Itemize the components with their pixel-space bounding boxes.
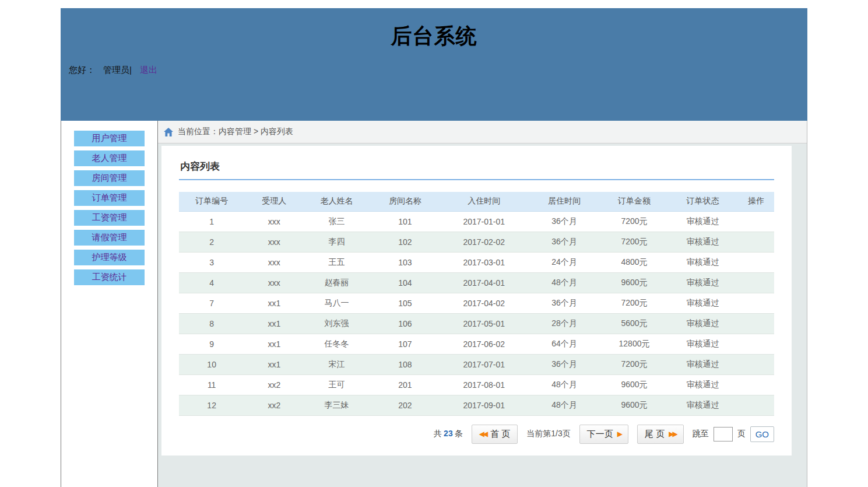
table-cell: 王五	[304, 252, 369, 272]
sidebar-menu: 用户管理老人管理房间管理订单管理工资管理请假管理护理等级工资统计	[61, 131, 157, 285]
orders-table-body: 1xxx张三1012017-01-0136个月7200元审核通过2xxx李四10…	[179, 211, 774, 415]
last-page-button[interactable]: 尾 页 ▶▶	[637, 425, 684, 444]
column-header: 订单状态	[667, 192, 739, 211]
first-page-button[interactable]: ◀◀ 首 页	[472, 425, 518, 444]
table-cell: 3	[179, 252, 244, 272]
table-cell: 2017-07-01	[441, 354, 527, 374]
table-cell: 审核通过	[667, 374, 739, 395]
table-cell: 张三	[304, 211, 369, 232]
table-cell: 11	[179, 374, 244, 395]
column-header: 受理人	[244, 192, 304, 211]
logout-link[interactable]: 退出	[140, 65, 157, 75]
column-header: 入住时间	[441, 192, 527, 211]
double-left-arrow-icon: ◀◀	[479, 430, 486, 437]
table-cell	[739, 211, 774, 232]
table-cell: 9600元	[602, 272, 667, 293]
go-button[interactable]: GO	[750, 426, 774, 442]
table-cell: 审核通过	[667, 232, 739, 252]
table-cell: 审核通过	[667, 334, 739, 354]
next-page-label: 下一页	[587, 429, 613, 440]
sidebar-item-user-management[interactable]: 用户管理	[74, 131, 145, 146]
page-title: 后台系统	[61, 8, 807, 51]
table-cell	[739, 354, 774, 374]
table-row: 10xx1宋江1082017-07-0136个月7200元审核通过	[179, 354, 774, 374]
table-cell: 刘东强	[304, 313, 369, 334]
sidebar-item-leave-management[interactable]: 请假管理	[74, 230, 145, 246]
title-underline	[179, 179, 774, 180]
column-header: 老人姓名	[304, 192, 369, 211]
table-cell: 7	[179, 293, 244, 313]
breadcrumb-text: 当前位置：内容管理 > 内容列表	[178, 127, 293, 137]
table-cell: 48个月	[527, 272, 602, 293]
table-cell: xx1	[244, 354, 304, 374]
table-cell: xx2	[244, 395, 304, 415]
jump-label: 跳至	[693, 429, 709, 439]
table-cell: 李三妹	[304, 395, 369, 415]
table-cell: 2017-04-02	[441, 293, 527, 313]
sidebar-item-care-level[interactable]: 护理等级	[74, 250, 145, 265]
table-cell: 7200元	[602, 293, 667, 313]
sidebar-item-elder-management[interactable]: 老人管理	[74, 150, 145, 166]
column-header: 订单编号	[179, 192, 244, 211]
total-count-number: 23	[442, 429, 455, 438]
table-row: 2xxx李四1022017-02-0236个月7200元审核通过	[179, 232, 774, 252]
sidebar-item-room-management[interactable]: 房间管理	[74, 170, 145, 186]
table-cell	[739, 374, 774, 395]
greeting-bar: 您好：管理员| 退出	[69, 65, 807, 76]
table-cell: 64个月	[527, 334, 602, 354]
pagination-bar: 共23条 ◀◀ 首 页 当前第1/3页 下一页 ▶ 尾 页 ▶▶	[179, 425, 774, 444]
table-cell: 101	[370, 211, 441, 232]
table-cell: 36个月	[527, 232, 602, 252]
table-cell: 审核通过	[667, 313, 739, 334]
table-cell: 宋江	[304, 354, 369, 374]
table-cell: 9600元	[602, 374, 667, 395]
table-cell: 103	[370, 252, 441, 272]
table-cell: 审核通过	[667, 272, 739, 293]
table-cell: 48个月	[527, 374, 602, 395]
table-header-row: 订单编号受理人老人姓名房间名称入住时间居住时间订单金额订单状态操作	[179, 192, 774, 211]
table-cell	[739, 272, 774, 293]
table-cell: xx1	[244, 313, 304, 334]
jump-page-input[interactable]	[714, 427, 733, 442]
table-cell: 107	[370, 334, 441, 354]
table-cell	[739, 334, 774, 354]
next-page-button[interactable]: 下一页 ▶	[579, 425, 628, 444]
table-row: 11xx2王可2012017-08-0148个月9600元审核通过	[179, 374, 774, 395]
table-row: 7xx1马八一1052017-04-0236个月7200元审核通过	[179, 293, 774, 313]
panel-title: 内容列表	[180, 160, 774, 173]
greeting-separator: |	[129, 65, 132, 75]
username-text: 管理员	[103, 65, 129, 75]
table-cell: 106	[370, 313, 441, 334]
table-row: 12xx2李三妹2022017-09-0148个月9600元审核通过	[179, 395, 774, 415]
sidebar-item-order-management[interactable]: 订单管理	[74, 190, 145, 206]
table-cell: 2017-03-01	[441, 252, 527, 272]
table-cell: 5600元	[602, 313, 667, 334]
column-header: 订单金额	[602, 192, 667, 211]
table-cell: 1	[179, 211, 244, 232]
table-cell	[739, 232, 774, 252]
table-cell: 28个月	[527, 313, 602, 334]
table-cell: 审核通过	[667, 395, 739, 415]
table-row: 9xx1任冬冬1072017-06-0264个月12800元审核通过	[179, 334, 774, 354]
table-cell: 2017-05-01	[441, 313, 527, 334]
table-cell: 赵春丽	[304, 272, 369, 293]
table-cell: 24个月	[527, 252, 602, 272]
table-cell: 7200元	[602, 211, 667, 232]
column-header: 居住时间	[527, 192, 602, 211]
last-page-label: 尾 页	[645, 429, 665, 440]
sidebar-item-salary-statistics[interactable]: 工资统计	[74, 269, 145, 285]
content-panel: 内容列表 订单编号受理人老人姓名房间名称入住时间居住时间订单金额订单状态操作 1…	[161, 146, 792, 456]
body-row: 用户管理老人管理房间管理订单管理工资管理请假管理护理等级工资统计 当前位置：内容…	[61, 121, 807, 487]
table-cell: 4	[179, 272, 244, 293]
table-cell: 4800元	[602, 252, 667, 272]
table-cell: 12800元	[602, 334, 667, 354]
table-cell: 104	[370, 272, 441, 293]
sidebar-item-salary-management[interactable]: 工资管理	[74, 210, 145, 226]
table-row: 4xxx赵春丽1042017-04-0148个月9600元审核通过	[179, 272, 774, 293]
orders-table: 订单编号受理人老人姓名房间名称入住时间居住时间订单金额订单状态操作 1xxx张三…	[179, 192, 774, 416]
table-cell: xxx	[244, 252, 304, 272]
table-cell: 108	[370, 354, 441, 374]
table-cell: xxx	[244, 232, 304, 252]
total-count-text: 共23条	[434, 429, 463, 439]
table-cell: 7200元	[602, 354, 667, 374]
